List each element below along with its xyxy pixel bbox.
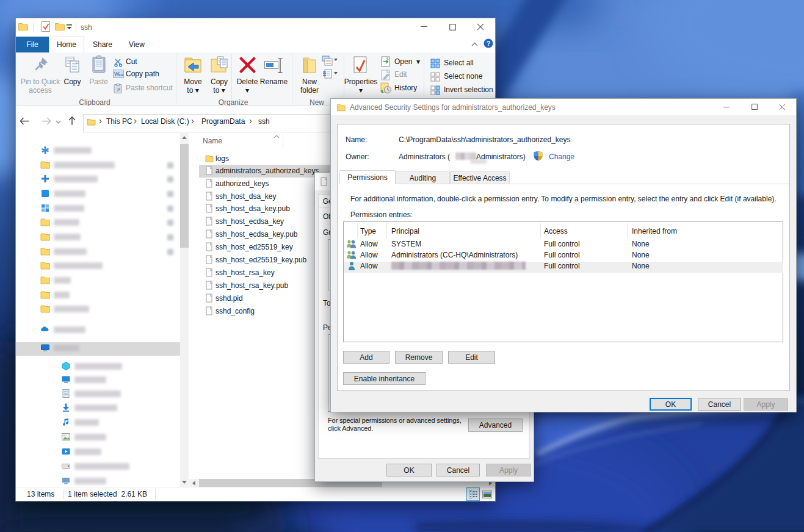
svg-text:?: ? (487, 40, 491, 47)
svg-text:W: W (114, 71, 120, 77)
